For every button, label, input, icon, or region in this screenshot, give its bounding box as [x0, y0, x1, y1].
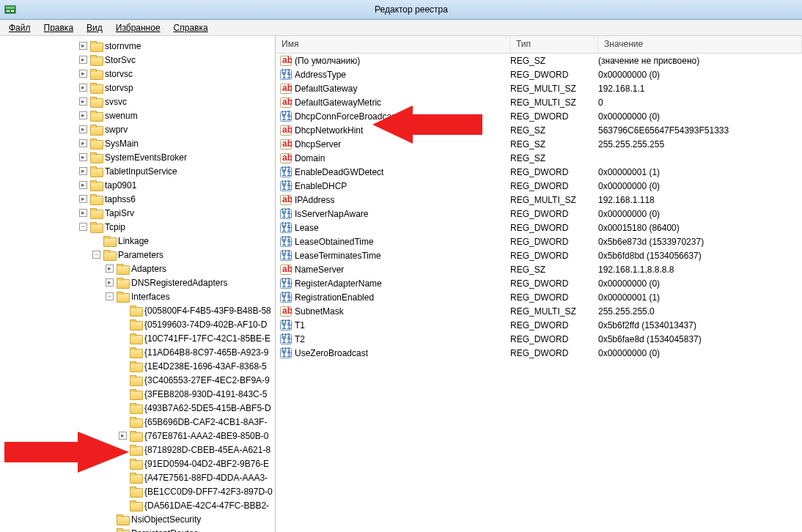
menu-view[interactable]: Вид [81, 21, 108, 34]
menubar[interactable]: Файл Правка Вид Избранное Справка [0, 20, 802, 36]
list-item[interactable]: abDhcpNetworkHintREG_SZ563796C6E65647F54… [276, 123, 802, 137]
tree-item[interactable]: ▸Adapters [0, 262, 275, 276]
list-item[interactable]: 011110DhcpConnForceBroadcastFlagREG_DWOR… [276, 109, 802, 123]
tree-item[interactable]: ▸{767E8761-AAA2-4BE9-850B-0 [0, 429, 275, 443]
tree-item[interactable]: ▸TapiSrv [0, 206, 275, 220]
list-header[interactable]: Имя Тип Значение [276, 36, 802, 53]
tree-item[interactable]: ▸SysMain [0, 136, 275, 150]
expand-icon[interactable]: ▸ [79, 84, 87, 92]
list-item[interactable]: 011110IsServerNapAwareREG_DWORD0x0000000… [276, 207, 802, 221]
tree-item[interactable]: {11AD64B8-8C97-465B-A923-9 [0, 345, 275, 359]
value-data: 255.255.255.255 [598, 139, 802, 149]
tree-item[interactable]: ▸swprv [0, 122, 275, 136]
menu-edit[interactable]: Правка [38, 21, 80, 34]
folder-icon [90, 180, 102, 191]
tree-item[interactable]: ▸DNSRegisteredAdapters [0, 276, 275, 289]
tree-item[interactable]: {05199603-74D9-402B-AF10-D [0, 317, 275, 331]
list-item[interactable]: abDefaultGatewayMetricREG_MULTI_SZ0 [276, 95, 802, 109]
expand-icon[interactable]: ▸ [106, 278, 114, 287]
list-body[interactable]: ab(По умолчанию)REG_SZ(значение не присв… [276, 53, 802, 532]
tree-item[interactable]: ▸svsvc [0, 95, 275, 108]
list-item[interactable]: abSubnetMaskREG_MULTI_SZ255.255.255.0 [276, 304, 802, 318]
tree-item[interactable]: {1E4D238E-1696-43AF-8368-5 [0, 359, 275, 373]
expand-icon[interactable]: − [92, 251, 100, 259]
tree-item[interactable]: {65B696DB-CAF2-4CB1-8A3F- [0, 415, 275, 429]
tree-item[interactable]: NsiObjectSecurity [0, 512, 275, 526]
tree-item[interactable]: −Parameters [0, 248, 275, 262]
expand-icon[interactable]: ▸ [79, 139, 87, 147]
value-name: DhcpConnForceBroadcastFlag [295, 111, 416, 122]
tree-item[interactable]: {BE1CC0D9-DFF7-42F3-897D-0 [0, 484, 275, 498]
tree-item[interactable]: ▸taphss6 [0, 192, 275, 206]
tree-item[interactable]: ▸swenum [0, 108, 275, 122]
list-item[interactable]: abDefaultGatewayREG_MULTI_SZ192.168.1.1 [276, 81, 802, 95]
tree-item[interactable]: {493B7A62-5DE5-415B-ABF5-D [0, 401, 275, 415]
col-name[interactable]: Имя [276, 36, 510, 53]
tree-label: {DA561DAE-42C4-47FC-BBB2- [144, 500, 269, 511]
expand-icon[interactable]: ▸ [79, 125, 87, 133]
expand-icon[interactable]: ▸ [79, 70, 87, 78]
tree-item[interactable]: ▸tap0901 [0, 178, 275, 192]
tree-item[interactable]: {8718928D-CBEB-45EA-A621-8 [0, 443, 275, 457]
tree-item[interactable]: {DA561DAE-42C4-47FC-BBB2- [0, 498, 275, 512]
value-data: 0x00000000 (0) [598, 348, 802, 358]
list-item[interactable]: 011110LeaseTerminatesTimeREG_DWORD0x5b6f… [276, 248, 802, 262]
expand-icon[interactable]: ▸ [119, 432, 127, 440]
menu-file[interactable]: Файл [3, 21, 37, 34]
expand-icon[interactable]: ▸ [79, 209, 87, 217]
list-item[interactable]: 011110UseZeroBroadcastREG_DWORD0x0000000… [276, 346, 802, 360]
expand-icon[interactable]: ▸ [79, 167, 87, 175]
tree-item[interactable]: {005800F4-F4B5-43F9-B48B-58 [0, 303, 275, 317]
menu-help[interactable]: Справка [168, 21, 214, 34]
list-item[interactable]: 011110RegistrationEnabledREG_DWORD0x0000… [276, 290, 802, 304]
list-item[interactable]: 011110EnableDeadGWDetectREG_DWORD0x00000… [276, 165, 802, 179]
tree-item[interactable]: {A47E7561-88FD-4DDA-AAA3- [0, 470, 275, 484]
folder-icon [90, 83, 102, 93]
list-item[interactable]: 011110RegisterAdapterNameREG_DWORD0x0000… [276, 276, 802, 290]
tree-item[interactable]: ▸storvsc [0, 67, 275, 81]
tree-item[interactable]: ▸TabletInputService [0, 164, 275, 178]
tree-item[interactable]: −Interfaces [0, 289, 275, 303]
list-item[interactable]: abIPAddressREG_MULTI_SZ192.168.1.118 [276, 193, 802, 207]
expand-icon[interactable]: ▸ [79, 97, 87, 106]
tree-item[interactable]: ▸storvsp [0, 81, 275, 95]
tree-item[interactable]: ▸StorSvc [0, 53, 275, 67]
expand-icon[interactable]: ▸ [79, 56, 87, 64]
tree-item[interactable]: ▸stornvme [0, 39, 275, 53]
expand-icon[interactable]: ▸ [79, 111, 87, 119]
tree-item[interactable]: {3FEB8208-930D-4191-843C-5 [0, 387, 275, 401]
list-item[interactable]: ab(По умолчанию)REG_SZ(значение не присв… [276, 53, 802, 67]
expand-icon[interactable]: ▸ [79, 42, 87, 50]
expand-icon[interactable]: ▸ [79, 153, 87, 161]
tree-item[interactable]: ▸SystemEventsBroker [0, 150, 275, 164]
expand-icon[interactable]: − [79, 223, 87, 231]
tree-item[interactable]: {10C741FF-17FC-42C1-85BE-E [0, 331, 275, 345]
col-value[interactable]: Значение [598, 36, 802, 53]
folder-icon [117, 514, 128, 525]
value-data: 0x00000001 (1) [598, 292, 802, 303]
expand-icon[interactable]: ▸ [106, 265, 114, 273]
tree-label: {11AD64B8-8C97-465B-A923-9 [144, 347, 268, 358]
tree-item[interactable]: {3C406553-27EF-4EC2-BF9A-9 [0, 373, 275, 387]
value-name: IsServerNapAware [295, 209, 369, 219]
tree-label: TapiSrv [105, 208, 134, 218]
menu-favorites[interactable]: Избранное [110, 21, 166, 34]
list-item[interactable]: abDhcpServerREG_SZ255.255.255.255 [276, 137, 802, 151]
tree-item[interactable]: Linkage [0, 234, 275, 248]
expand-icon[interactable]: ▸ [79, 195, 87, 203]
tree-item[interactable]: PersistentRoutes [0, 526, 275, 532]
expand-icon[interactable]: − [106, 292, 114, 300]
list-item[interactable]: 011110T1REG_DWORD0x5b6f2ffd (1534013437) [276, 318, 802, 332]
list-item[interactable]: 011110EnableDHCPREG_DWORD0x00000000 (0) [276, 179, 802, 193]
list-item[interactable]: abDomainREG_SZ [276, 151, 802, 165]
list-item[interactable]: 011110AddressTypeREG_DWORD0x00000000 (0) [276, 67, 802, 81]
expand-icon[interactable]: ▸ [79, 181, 87, 189]
tree-item[interactable]: −Tcpip [0, 220, 275, 234]
list-item[interactable]: 011110LeaseObtainedTimeREG_DWORD0x5b6e87… [276, 234, 802, 248]
list-item[interactable]: 011110LeaseREG_DWORD0x00015180 (86400) [276, 221, 802, 234]
tree-pane[interactable]: ▸stornvme▸StorSvc▸storvsc▸storvsp▸svsvc▸… [0, 36, 276, 532]
col-type[interactable]: Тип [510, 36, 598, 53]
list-item[interactable]: abNameServerREG_SZ192.168.1.1,8.8.8.8 [276, 262, 802, 276]
tree-item[interactable]: {91ED0594-04D2-4BF2-9B76-E [0, 457, 275, 470]
list-item[interactable]: 011110T2REG_DWORD0x5b6fae8d (1534045837) [276, 332, 802, 346]
